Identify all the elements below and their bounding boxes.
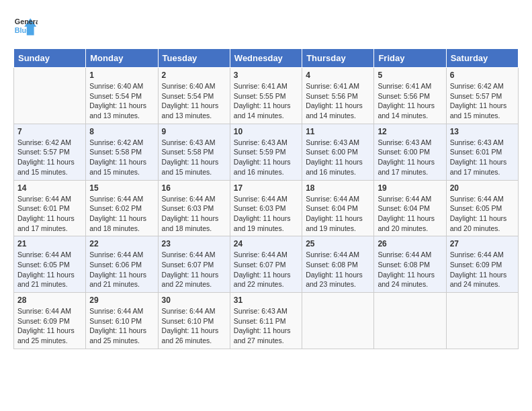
calendar-cell: 7Sunrise: 6:42 AMSunset: 5:57 PMDaylight… [14,124,86,180]
day-info: Sunrise: 6:44 AMSunset: 6:10 PMDaylight:… [162,306,226,346]
day-number: 24 [234,239,298,248]
calendar-cell: 2Sunrise: 6:40 AMSunset: 5:54 PMDaylight… [158,68,230,124]
week-row-4: 21Sunrise: 6:44 AMSunset: 6:05 PMDayligh… [14,236,519,293]
calendar-cell: 19Sunrise: 6:44 AMSunset: 6:04 PMDayligh… [374,180,446,236]
day-info: Sunrise: 6:44 AMSunset: 6:04 PMDaylight:… [306,194,370,234]
day-number: 18 [306,183,370,193]
day-info: Sunrise: 6:44 AMSunset: 6:04 PMDaylight:… [378,194,442,234]
calendar-cell: 1Sunrise: 6:40 AMSunset: 5:54 PMDaylight… [86,68,158,124]
day-number: 21 [17,239,82,248]
day-number: 12 [378,127,442,136]
day-header-wednesday: Wednesday [230,49,302,68]
calendar-cell: 16Sunrise: 6:44 AMSunset: 6:03 PMDayligh… [158,180,230,236]
day-number: 23 [162,239,226,248]
week-row-2: 7Sunrise: 6:42 AMSunset: 5:57 PMDaylight… [14,124,519,180]
calendar-cell: 28Sunrise: 6:44 AMSunset: 6:09 PMDayligh… [14,293,86,349]
calendar-cell: 8Sunrise: 6:42 AMSunset: 5:58 PMDaylight… [86,124,158,180]
calendar-cell: 18Sunrise: 6:44 AMSunset: 6:04 PMDayligh… [302,180,374,236]
calendar-cell: 9Sunrise: 6:43 AMSunset: 5:58 PMDaylight… [158,124,230,180]
calendar-cell: 5Sunrise: 6:41 AMSunset: 5:56 PMDaylight… [374,68,446,124]
day-info: Sunrise: 6:44 AMSunset: 6:07 PMDaylight:… [234,250,298,289]
day-number: 7 [17,127,82,136]
day-number: 28 [17,295,82,305]
week-row-3: 14Sunrise: 6:44 AMSunset: 6:01 PMDayligh… [14,180,519,236]
day-info: Sunrise: 6:44 AMSunset: 6:09 PMDaylight:… [17,306,82,346]
day-info: Sunrise: 6:42 AMSunset: 5:58 PMDaylight:… [89,138,154,177]
day-info: Sunrise: 6:40 AMSunset: 5:54 PMDaylight:… [89,81,154,121]
logo: General Blue [13,13,40,38]
week-row-1: 1Sunrise: 6:40 AMSunset: 5:54 PMDaylight… [14,68,519,124]
day-info: Sunrise: 6:43 AMSunset: 6:01 PMDaylight:… [450,138,515,177]
day-info: Sunrise: 6:40 AMSunset: 5:54 PMDaylight:… [162,81,226,121]
day-header-monday: Monday [86,49,158,68]
day-number: 27 [450,239,515,248]
day-info: Sunrise: 6:44 AMSunset: 6:08 PMDaylight:… [378,250,442,289]
calendar-cell: 21Sunrise: 6:44 AMSunset: 6:05 PMDayligh… [14,236,86,293]
day-header-saturday: Saturday [446,49,518,68]
calendar-cell: 13Sunrise: 6:43 AMSunset: 6:01 PMDayligh… [446,124,518,180]
calendar-cell: 15Sunrise: 6:44 AMSunset: 6:02 PMDayligh… [86,180,158,236]
day-info: Sunrise: 6:44 AMSunset: 6:10 PMDaylight:… [89,306,154,346]
day-info: Sunrise: 6:42 AMSunset: 5:57 PMDaylight:… [17,138,82,177]
day-number: 1 [89,71,154,80]
day-header-tuesday: Tuesday [158,49,230,68]
page-header: General Blue [13,13,519,38]
day-number: 17 [234,183,298,193]
calendar-cell: 26Sunrise: 6:44 AMSunset: 6:08 PMDayligh… [374,236,446,293]
day-number: 4 [306,71,370,80]
svg-text:General: General [15,17,38,26]
day-info: Sunrise: 6:43 AMSunset: 6:00 PMDaylight:… [306,138,370,177]
day-number: 25 [306,239,370,248]
svg-text:Blue: Blue [15,26,30,34]
day-info: Sunrise: 6:42 AMSunset: 5:57 PMDaylight:… [450,81,515,121]
day-info: Sunrise: 6:44 AMSunset: 6:06 PMDaylight:… [89,250,154,289]
calendar-cell: 20Sunrise: 6:44 AMSunset: 6:05 PMDayligh… [446,180,518,236]
calendar-cell: 3Sunrise: 6:41 AMSunset: 5:55 PMDaylight… [230,68,302,124]
day-number: 13 [450,127,515,136]
day-number: 26 [378,239,442,248]
day-info: Sunrise: 6:44 AMSunset: 6:03 PMDaylight:… [234,194,298,234]
day-number: 22 [89,239,154,248]
day-info: Sunrise: 6:43 AMSunset: 5:59 PMDaylight:… [234,138,298,177]
calendar-cell: 10Sunrise: 6:43 AMSunset: 5:59 PMDayligh… [230,124,302,180]
logo-icon: General Blue [13,13,38,38]
day-info: Sunrise: 6:43 AMSunset: 5:58 PMDaylight:… [162,138,226,177]
calendar-cell [374,293,446,349]
day-info: Sunrise: 6:44 AMSunset: 6:05 PMDaylight:… [450,194,515,234]
calendar-cell: 6Sunrise: 6:42 AMSunset: 5:57 PMDaylight… [446,68,518,124]
calendar-cell: 23Sunrise: 6:44 AMSunset: 6:07 PMDayligh… [158,236,230,293]
day-number: 31 [234,295,298,305]
day-info: Sunrise: 6:44 AMSunset: 6:05 PMDaylight:… [17,250,82,289]
day-header-thursday: Thursday [302,49,374,68]
day-number: 6 [450,71,515,80]
day-number: 16 [162,183,226,193]
day-header-sunday: Sunday [14,49,86,68]
day-number: 8 [89,127,154,136]
calendar-cell: 25Sunrise: 6:44 AMSunset: 6:08 PMDayligh… [302,236,374,293]
calendar-cell [446,293,518,349]
calendar-cell: 14Sunrise: 6:44 AMSunset: 6:01 PMDayligh… [14,180,86,236]
calendar-cell: 17Sunrise: 6:44 AMSunset: 6:03 PMDayligh… [230,180,302,236]
days-header-row: SundayMondayTuesdayWednesdayThursdayFrid… [14,49,519,68]
day-info: Sunrise: 6:41 AMSunset: 5:55 PMDaylight:… [234,81,298,121]
day-number: 3 [234,71,298,80]
day-number: 19 [378,183,442,193]
calendar-cell [14,68,86,124]
day-info: Sunrise: 6:44 AMSunset: 6:02 PMDaylight:… [89,194,154,234]
day-header-friday: Friday [374,49,446,68]
day-number: 9 [162,127,226,136]
day-info: Sunrise: 6:44 AMSunset: 6:03 PMDaylight:… [162,194,226,234]
calendar-cell: 29Sunrise: 6:44 AMSunset: 6:10 PMDayligh… [86,293,158,349]
day-number: 29 [89,295,154,305]
calendar-cell: 30Sunrise: 6:44 AMSunset: 6:10 PMDayligh… [158,293,230,349]
day-info: Sunrise: 6:43 AMSunset: 6:00 PMDaylight:… [378,138,442,177]
day-info: Sunrise: 6:44 AMSunset: 6:08 PMDaylight:… [306,250,370,289]
day-number: 2 [162,71,226,80]
day-number: 10 [234,127,298,136]
calendar-cell: 27Sunrise: 6:44 AMSunset: 6:09 PMDayligh… [446,236,518,293]
day-info: Sunrise: 6:41 AMSunset: 5:56 PMDaylight:… [378,81,442,121]
day-number: 5 [378,71,442,80]
calendar-cell: 24Sunrise: 6:44 AMSunset: 6:07 PMDayligh… [230,236,302,293]
day-number: 15 [89,183,154,193]
day-info: Sunrise: 6:44 AMSunset: 6:01 PMDaylight:… [17,194,82,234]
